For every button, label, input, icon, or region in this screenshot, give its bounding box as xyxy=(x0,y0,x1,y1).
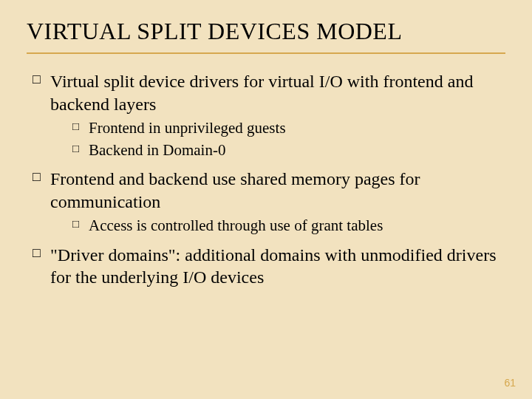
list-item: Frontend and backend use shared memory p… xyxy=(33,168,505,236)
slide: VIRTUAL SPLIT DEVICES MODEL Virtual spli… xyxy=(0,0,532,399)
list-item: "Driver domains": additional domains wit… xyxy=(33,244,505,289)
sub-list-item: Frontend in unprivileged guests xyxy=(72,118,505,138)
list-item-text: Frontend and backend use shared memory p… xyxy=(50,169,420,211)
sub-list-item: Access is controlled through use of gran… xyxy=(72,216,505,236)
sub-list-item-text: Frontend in unprivileged guests xyxy=(89,119,286,137)
page-number: 61 xyxy=(504,377,516,389)
sub-list-item: Backend in Domain-0 xyxy=(72,140,505,160)
slide-title: VIRTUAL SPLIT DEVICES MODEL xyxy=(27,18,505,54)
list-item-text: Virtual split device drivers for virtual… xyxy=(50,72,473,114)
sub-list-item-text: Backend in Domain-0 xyxy=(89,141,225,159)
bullet-list: Virtual split device drivers for virtual… xyxy=(27,70,505,289)
sub-list: Frontend in unprivileged guests Backend … xyxy=(50,118,505,160)
sub-list-item-text: Access is controlled through use of gran… xyxy=(89,216,383,234)
list-item: Virtual split device drivers for virtual… xyxy=(33,70,505,160)
list-item-text: "Driver domains": additional domains wit… xyxy=(50,245,497,287)
sub-list: Access is controlled through use of gran… xyxy=(50,216,505,236)
